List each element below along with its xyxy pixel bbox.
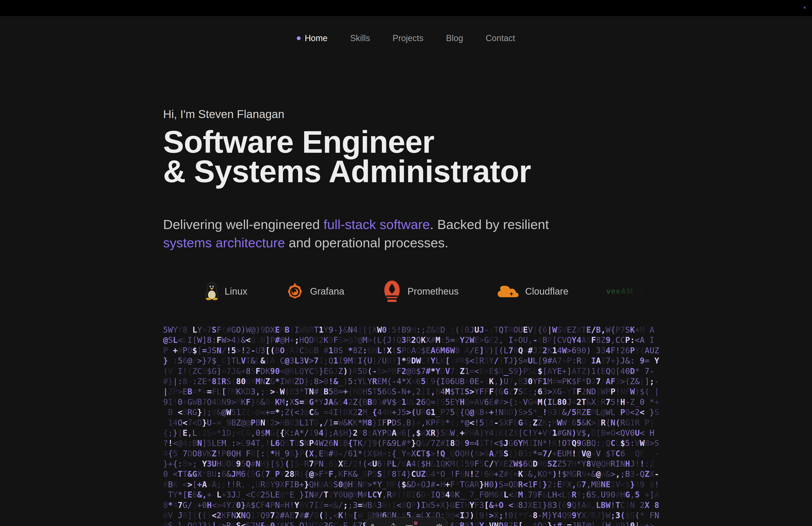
nav-label: Home (305, 33, 328, 43)
page-title: Software Engineer & Systems Administrato… (163, 127, 531, 186)
theme-wand-icon (385, 523, 396, 526)
tech-label: Prometheus (407, 286, 459, 297)
veeam-wordmark-icon: veeAM (606, 287, 634, 296)
tech-item-grafana: Grafana (285, 281, 345, 301)
page-background: Home Skills Projects Blog Contact Hi, I'… (0, 16, 812, 526)
active-nav-dot-icon (297, 36, 301, 40)
cloudflare-cloud-icon (497, 284, 520, 299)
tech-item-prometheus: Prometheus (382, 280, 459, 303)
link-full-stack-software[interactable]: full-stack software (323, 217, 430, 232)
nav-label: Skills (350, 33, 370, 43)
nav-label: Projects (392, 33, 423, 43)
description-line-2: systems architecture and operational pro… (163, 233, 549, 252)
text-segment: . Backed by resilient (430, 217, 549, 232)
main-nav: Home Skills Projects Blog Contact (0, 33, 812, 43)
notification-dot (414, 521, 418, 525)
hero-description: Delivering well-engineered full-stack so… (163, 215, 549, 252)
settings-button[interactable]: ⚙ (434, 522, 444, 526)
nav-item-blog[interactable]: Blog (446, 33, 463, 43)
tech-label: Linux (224, 286, 247, 297)
description-line-1: Delivering well-engineered full-stack so… (163, 215, 549, 233)
tech-item-linux: Linux (205, 282, 247, 300)
tech-item-cloudflare: Cloudflare (497, 284, 568, 299)
top-bar (0, 0, 812, 16)
nav-label: Blog (446, 33, 463, 43)
bottom-toolbar: A ⚙ (365, 517, 448, 526)
link-systems-architecture[interactable]: systems architecture (163, 235, 285, 250)
app: Home Skills Projects Blog Contact Hi, I'… (0, 0, 812, 526)
hero-greeting: Hi, I'm Steven Flanagan (163, 108, 285, 121)
tech-item-veeam: veeAM Veeam (606, 286, 651, 297)
tux-penguin-icon (205, 282, 219, 300)
nav-item-home[interactable]: Home (297, 33, 328, 43)
font-size-button[interactable]: A (369, 522, 376, 526)
settings-gear-icon: ⚙ (434, 522, 444, 526)
tech-label: Cloudflare (525, 286, 568, 297)
tech-label: Grafana (310, 286, 345, 297)
title-line-1: Software Engineer (163, 127, 531, 157)
nav-item-projects[interactable]: Projects (392, 33, 423, 43)
tech-label: Veeam (639, 286, 651, 297)
nav-item-contact[interactable]: Contact (486, 33, 515, 43)
prometheus-torch-icon (382, 280, 402, 303)
status-dot (803, 6, 806, 9)
title-line-2: & Systems Administrator (163, 157, 531, 186)
filter-sliders-button[interactable] (405, 522, 416, 526)
font-size-icon: A (369, 522, 376, 526)
text-segment: Delivering well-engineered (163, 217, 323, 232)
ascii-art: 5WYY8 LY=7SF(#GO)W@)9DXEMB!IWNRT1Y9-}&N4… (163, 325, 655, 526)
text-segment: and operational processes. (285, 235, 449, 250)
tech-strip: Linux Grafana (163, 277, 651, 305)
nav-label: Contact (486, 33, 515, 43)
nav-item-skills[interactable]: Skills (350, 33, 370, 43)
grafana-flame-icon (285, 281, 304, 301)
theme-wand-button[interactable] (385, 522, 396, 526)
